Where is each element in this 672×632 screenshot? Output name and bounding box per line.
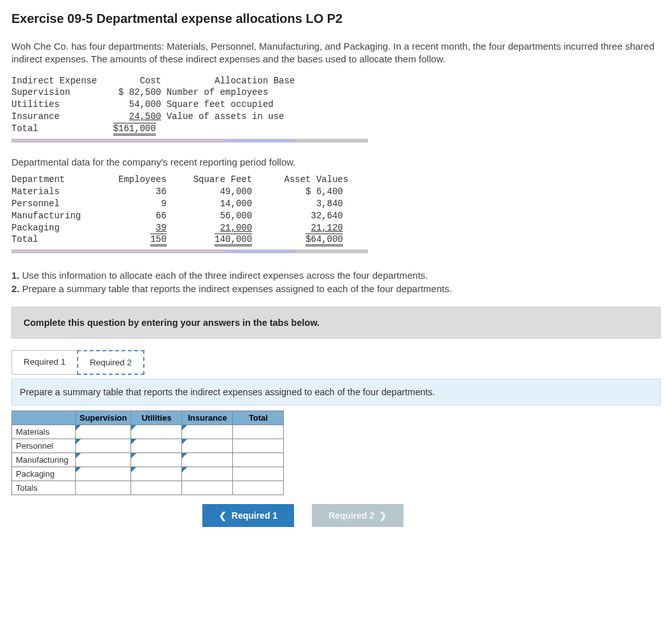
tab-panel-instruction: Prepare a summary table that reports the… — [11, 379, 661, 405]
input-cell[interactable] — [76, 467, 131, 481]
table-row: Materials — [12, 425, 284, 439]
row-label: Packaging — [12, 467, 76, 481]
divider-gradient-2 — [11, 248, 368, 255]
prev-button[interactable]: ❮ Required 1 — [202, 504, 294, 527]
chevron-left-icon: ❮ — [219, 510, 227, 521]
total-cell — [233, 439, 284, 453]
table-row: Totals — [12, 481, 284, 495]
col-insurance: Insurance — [182, 411, 233, 425]
input-cell[interactable] — [76, 425, 131, 439]
tab-required-1[interactable]: Required 1 — [11, 350, 78, 375]
chevron-right-icon: ❯ — [379, 510, 387, 521]
input-cell[interactable] — [182, 439, 233, 453]
col-blank — [12, 411, 76, 425]
intro-paragraph: Woh Che Co. has four departments: Materi… — [11, 40, 661, 66]
nav-button-bar: ❮ Required 1 Required 2 ❯ — [11, 504, 661, 527]
intro2-paragraph: Departmental data for the company's rece… — [11, 157, 661, 167]
tab-bar: Required 1 Required 2 — [11, 350, 661, 375]
col-supervision: Supervision — [76, 411, 131, 425]
total-cell — [233, 467, 284, 481]
col-utilities: Utilities — [131, 411, 182, 425]
table-row: Manufacturing — [12, 453, 284, 467]
col-total: Total — [233, 411, 284, 425]
indirect-expense-table: Indirect Expense Cost Allocation Base Su… — [11, 75, 661, 135]
input-cell[interactable] — [131, 467, 182, 481]
input-cell[interactable] — [182, 425, 233, 439]
row-label: Materials — [12, 425, 76, 439]
total-cell — [182, 481, 233, 495]
row-label: Manufacturing — [12, 453, 76, 467]
table-row: Packaging — [12, 467, 284, 481]
divider-gradient — [11, 137, 368, 144]
department-data-table: Department Employees Square Feet Asset V… — [11, 174, 661, 246]
instruction-list: 1. Use this information to allocate each… — [11, 269, 661, 295]
total-cell — [233, 481, 284, 495]
tab-required-2[interactable]: Required 2 — [77, 350, 144, 375]
prev-button-label: Required 1 — [232, 510, 277, 521]
input-cell[interactable] — [182, 453, 233, 467]
next-button[interactable]: Required 2 ❯ — [312, 504, 403, 527]
row-label: Personnel — [12, 439, 76, 453]
input-cell[interactable] — [131, 439, 182, 453]
input-cell[interactable] — [76, 453, 131, 467]
task-instruction-box: Complete this question by entering your … — [11, 307, 661, 339]
total-cell — [233, 453, 284, 467]
row-label: Totals — [12, 481, 76, 495]
total-cell — [233, 425, 284, 439]
page-title: Exercise 09-5 Departmental expense alloc… — [11, 11, 661, 26]
input-cell[interactable] — [76, 439, 131, 453]
summary-entry-table: Supervision Utilities Insurance Total Ma… — [11, 411, 284, 495]
input-cell[interactable] — [131, 453, 182, 467]
input-cell[interactable] — [131, 425, 182, 439]
total-cell — [131, 481, 182, 495]
total-cell — [76, 481, 131, 495]
input-cell[interactable] — [182, 467, 233, 481]
table-row: Personnel — [12, 439, 284, 453]
next-button-label: Required 2 — [328, 510, 374, 521]
